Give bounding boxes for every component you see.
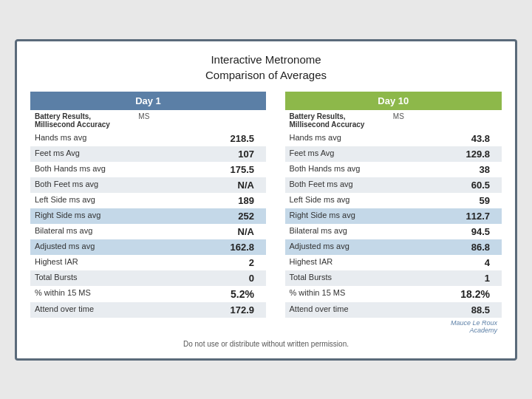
row-label-d10: Left Side ms avg — [285, 193, 389, 208]
row-label-d1: % within 15 MS — [30, 286, 134, 302]
row-label-d10: Right Side ms avg — [285, 208, 389, 224]
branding-row: Mauce Le RouxAcademy — [30, 318, 502, 335]
row-val-d10: 4 — [417, 255, 502, 270]
row-val-d1: 218.5 — [163, 131, 266, 146]
row-val-d10: 88.5 — [417, 302, 502, 318]
row-label-d1: Bilateral ms avg — [30, 224, 134, 239]
branding: Mauce Le RouxAcademy — [285, 318, 502, 335]
day10-header: Day 10 — [285, 92, 502, 110]
table-row: % within 15 MS 5.2% % within 15 MS 18.2% — [30, 286, 502, 302]
row-label-d10: Both Hands ms avg — [285, 162, 389, 177]
row-label-d1: Both Feet ms avg — [30, 177, 134, 193]
row-val-d1: N/A — [163, 224, 266, 239]
row-val-d10: 86.8 — [417, 239, 502, 255]
row-label-d1: Hands ms avg — [30, 131, 134, 146]
comparison-table: Day 1 Day 10 Battery Results, Millisecon… — [30, 92, 502, 335]
row-val-d1: N/A — [163, 177, 266, 193]
row-label-d1: Right Side ms avg — [30, 208, 134, 224]
row-val-d1: 107 — [163, 146, 266, 162]
table-row: Left Side ms avg 189 Left Side ms avg 59 — [30, 193, 502, 208]
row-val-d1: 252 — [163, 208, 266, 224]
row-val-d1: 189 — [163, 193, 266, 208]
row-label-d10: Bilateral ms avg — [285, 224, 389, 239]
table-row: Total Bursts 0 Total Bursts 1 — [30, 270, 502, 286]
row-label-d1: Left Side ms avg — [30, 193, 134, 208]
row-label-d10: Highest IAR — [285, 255, 389, 270]
row-val-d10: 18.2% — [417, 286, 502, 302]
table-row: Attend over time 172.9 Attend over time … — [30, 302, 502, 318]
row-val-d1: 172.9 — [163, 302, 266, 318]
table-row: Both Feet ms avg N/A Both Feet ms avg 60… — [30, 177, 502, 193]
row-label-d1: Both Hands ms avg — [30, 162, 134, 177]
row-val-d10: 43.8 — [417, 131, 502, 146]
table-row: Highest IAR 2 Highest IAR 4 — [30, 255, 502, 270]
row-label-d10: % within 15 MS — [285, 286, 389, 302]
row-val-d1: 175.5 — [163, 162, 266, 177]
row-label-d10: Total Bursts — [285, 270, 389, 286]
day1-ms-header: MS — [134, 110, 162, 131]
table-row: Feet ms Avg 107 Feet ms Avg 129.8 — [30, 146, 502, 162]
table-row: Adjusted ms avg 162.8 Adjusted ms avg 86… — [30, 239, 502, 255]
row-label-d1: Attend over time — [30, 302, 134, 318]
row-label-d1: Adjusted ms avg — [30, 239, 134, 255]
row-val-d1: 162.8 — [163, 239, 266, 255]
row-label-d10: Hands ms avg — [285, 131, 389, 146]
row-val-d1: 5.2% — [163, 286, 266, 302]
row-val-d10: 60.5 — [417, 177, 502, 193]
table-row: Hands ms avg 218.5 Hands ms avg 43.8 — [30, 131, 502, 146]
main-container: Interactive Metronome Comparison of Aver… — [15, 39, 517, 361]
row-label-d10: Adjusted ms avg — [285, 239, 389, 255]
table-row: Bilateral ms avg N/A Bilateral ms avg 94… — [30, 224, 502, 239]
row-label-d1: Highest IAR — [30, 255, 134, 270]
footer-note: Do not use or distribute without written… — [30, 335, 502, 348]
day1-label-header: Battery Results, Millisecond Accuracy — [30, 110, 134, 131]
row-val-d10: 112.7 — [417, 208, 502, 224]
row-val-d10: 59 — [417, 193, 502, 208]
table-row: Right Side ms avg 252 Right Side ms avg … — [30, 208, 502, 224]
day10-label-header: Battery Results, Millisecond Accuracy — [285, 110, 389, 131]
row-label-d10: Both Feet ms avg — [285, 177, 389, 193]
row-label-d10: Feet ms Avg — [285, 146, 389, 162]
row-val-d1: 0 — [163, 270, 266, 286]
row-label-d10: Attend over time — [285, 302, 389, 318]
day1-header: Day 1 — [30, 92, 266, 110]
row-val-d1: 2 — [163, 255, 266, 270]
row-val-d10: 129.8 — [417, 146, 502, 162]
row-label-d1: Total Bursts — [30, 270, 134, 286]
row-val-d10: 94.5 — [417, 224, 502, 239]
row-val-d10: 1 — [417, 270, 502, 286]
page-title: Interactive Metronome Comparison of Aver… — [30, 52, 502, 83]
day10-ms-header: MS — [389, 110, 417, 131]
sub-header-row: Battery Results, Millisecond Accuracy MS… — [30, 110, 502, 131]
row-val-d10: 38 — [417, 162, 502, 177]
table-row: Both Hands ms avg 175.5 Both Hands ms av… — [30, 162, 502, 177]
row-label-d1: Feet ms Avg — [30, 146, 134, 162]
